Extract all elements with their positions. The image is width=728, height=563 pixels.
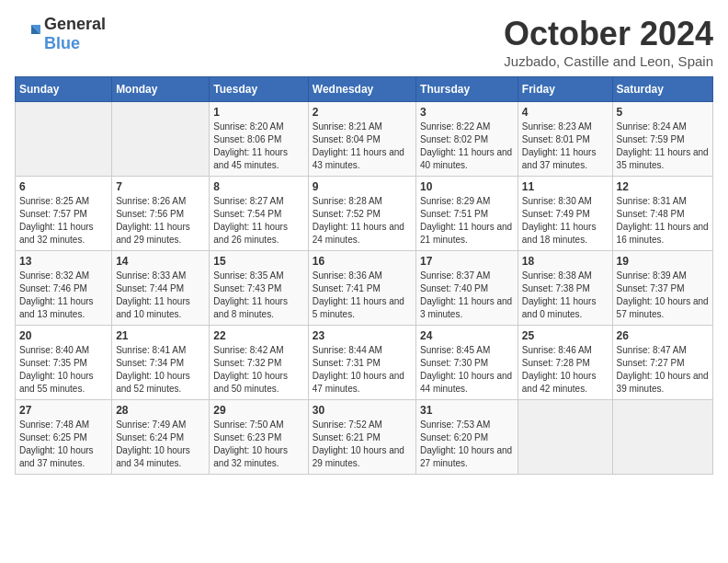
calendar-cell: 17Sunrise: 8:37 AM Sunset: 7:40 PM Dayli… — [416, 251, 518, 326]
calendar-week-row: 13Sunrise: 8:32 AM Sunset: 7:46 PM Dayli… — [16, 251, 713, 326]
day-info: Sunrise: 8:22 AM Sunset: 8:02 PM Dayligh… — [420, 121, 514, 172]
day-number: 4 — [522, 106, 609, 119]
calendar-cell: 21Sunrise: 8:41 AM Sunset: 7:34 PM Dayli… — [112, 326, 210, 400]
day-info: Sunrise: 8:39 AM Sunset: 7:37 PM Dayligh… — [617, 270, 709, 321]
day-info: Sunrise: 8:24 AM Sunset: 7:59 PM Dayligh… — [617, 121, 709, 172]
calendar-cell: 20Sunrise: 8:40 AM Sunset: 7:35 PM Dayli… — [16, 326, 112, 400]
day-info: Sunrise: 8:28 AM Sunset: 7:52 PM Dayligh… — [313, 195, 412, 247]
calendar-cell: 4Sunrise: 8:23 AM Sunset: 8:01 PM Daylig… — [518, 102, 612, 177]
calendar-header-row: SundayMondayTuesdayWednesdayThursdayFrid… — [16, 77, 713, 102]
day-number: 24 — [420, 329, 514, 342]
day-info: Sunrise: 7:48 AM Sunset: 6:25 PM Dayligh… — [19, 419, 108, 470]
day-info: Sunrise: 7:49 AM Sunset: 6:24 PM Dayligh… — [116, 419, 205, 470]
calendar-cell: 23Sunrise: 8:44 AM Sunset: 7:31 PM Dayli… — [308, 326, 415, 400]
calendar-cell: 28Sunrise: 7:49 AM Sunset: 6:24 PM Dayli… — [112, 400, 210, 475]
calendar-cell: 19Sunrise: 8:39 AM Sunset: 7:37 PM Dayli… — [612, 251, 712, 326]
day-number: 13 — [19, 255, 108, 268]
calendar-cell: 2Sunrise: 8:21 AM Sunset: 8:04 PM Daylig… — [308, 102, 415, 177]
day-info: Sunrise: 8:31 AM Sunset: 7:48 PM Dayligh… — [617, 195, 709, 247]
day-info: Sunrise: 8:44 AM Sunset: 7:31 PM Dayligh… — [313, 344, 412, 396]
page-subtitle: Juzbado, Castille and Leon, Spain — [504, 53, 713, 69]
calendar-cell: 30Sunrise: 7:52 AM Sunset: 6:21 PM Dayli… — [308, 400, 415, 475]
day-number: 28 — [116, 404, 205, 417]
logo-general-text: General — [44, 15, 106, 33]
calendar-cell: 10Sunrise: 8:29 AM Sunset: 7:51 PM Dayli… — [416, 177, 518, 251]
calendar-cell: 29Sunrise: 7:50 AM Sunset: 6:23 PM Dayli… — [210, 400, 308, 475]
calendar-cell: 3Sunrise: 8:22 AM Sunset: 8:02 PM Daylig… — [416, 102, 518, 177]
calendar-cell: 14Sunrise: 8:33 AM Sunset: 7:44 PM Dayli… — [112, 251, 210, 326]
day-info: Sunrise: 8:36 AM Sunset: 7:41 PM Dayligh… — [313, 270, 412, 321]
calendar-cell — [612, 400, 712, 475]
calendar-cell: 13Sunrise: 8:32 AM Sunset: 7:46 PM Dayli… — [16, 251, 112, 326]
day-info: Sunrise: 8:23 AM Sunset: 8:01 PM Dayligh… — [522, 121, 609, 172]
day-info: Sunrise: 8:38 AM Sunset: 7:38 PM Dayligh… — [522, 270, 609, 321]
day-number: 15 — [213, 255, 303, 268]
day-number: 14 — [116, 255, 205, 268]
logo-blue-text: Blue — [44, 34, 80, 52]
day-number: 17 — [420, 255, 514, 268]
logo-icon — [15, 21, 40, 47]
calendar-header-friday: Friday — [518, 77, 612, 102]
day-info: Sunrise: 8:29 AM Sunset: 7:51 PM Dayligh… — [420, 195, 514, 247]
calendar-week-row: 1Sunrise: 8:20 AM Sunset: 8:06 PM Daylig… — [16, 102, 713, 177]
day-info: Sunrise: 8:35 AM Sunset: 7:43 PM Dayligh… — [213, 270, 303, 321]
day-number: 6 — [19, 180, 108, 193]
calendar-cell: 18Sunrise: 8:38 AM Sunset: 7:38 PM Dayli… — [518, 251, 612, 326]
day-number: 20 — [19, 329, 108, 342]
day-number: 31 — [420, 404, 514, 417]
day-info: Sunrise: 8:46 AM Sunset: 7:28 PM Dayligh… — [522, 344, 609, 396]
day-info: Sunrise: 8:25 AM Sunset: 7:57 PM Dayligh… — [19, 195, 108, 247]
day-number: 12 — [617, 180, 709, 193]
day-number: 10 — [420, 180, 514, 193]
calendar-cell: 25Sunrise: 8:46 AM Sunset: 7:28 PM Dayli… — [518, 326, 612, 400]
day-number: 5 — [617, 106, 709, 119]
day-number: 18 — [522, 255, 609, 268]
calendar-cell: 5Sunrise: 8:24 AM Sunset: 7:59 PM Daylig… — [612, 102, 712, 177]
day-number: 25 — [522, 329, 609, 342]
day-number: 8 — [213, 180, 303, 193]
day-number: 26 — [617, 329, 709, 342]
day-info: Sunrise: 8:41 AM Sunset: 7:34 PM Dayligh… — [116, 344, 205, 396]
day-number: 9 — [313, 180, 412, 193]
calendar-cell: 24Sunrise: 8:45 AM Sunset: 7:30 PM Dayli… — [416, 326, 518, 400]
calendar-cell: 1Sunrise: 8:20 AM Sunset: 8:06 PM Daylig… — [210, 102, 308, 177]
day-number: 1 — [213, 106, 303, 119]
day-info: Sunrise: 8:27 AM Sunset: 7:54 PM Dayligh… — [213, 195, 303, 247]
calendar-cell: 15Sunrise: 8:35 AM Sunset: 7:43 PM Dayli… — [210, 251, 308, 326]
day-info: Sunrise: 8:32 AM Sunset: 7:46 PM Dayligh… — [19, 270, 108, 321]
calendar-header-monday: Monday — [112, 77, 210, 102]
day-number: 23 — [313, 329, 412, 342]
day-info: Sunrise: 8:33 AM Sunset: 7:44 PM Dayligh… — [116, 270, 205, 321]
calendar-cell — [518, 400, 612, 475]
calendar-cell: 8Sunrise: 8:27 AM Sunset: 7:54 PM Daylig… — [210, 177, 308, 251]
calendar-cell: 22Sunrise: 8:42 AM Sunset: 7:32 PM Dayli… — [210, 326, 308, 400]
calendar-header-sunday: Sunday — [16, 77, 112, 102]
day-info: Sunrise: 8:42 AM Sunset: 7:32 PM Dayligh… — [213, 344, 303, 396]
calendar-header-thursday: Thursday — [416, 77, 518, 102]
day-info: Sunrise: 7:50 AM Sunset: 6:23 PM Dayligh… — [213, 419, 303, 470]
day-info: Sunrise: 7:52 AM Sunset: 6:21 PM Dayligh… — [313, 419, 412, 470]
day-number: 16 — [313, 255, 412, 268]
title-section: October 2024 Juzbado, Castille and Leon,… — [504, 15, 713, 69]
day-info: Sunrise: 8:26 AM Sunset: 7:56 PM Dayligh… — [116, 195, 205, 247]
day-number: 19 — [617, 255, 709, 268]
day-info: Sunrise: 8:20 AM Sunset: 8:06 PM Dayligh… — [213, 121, 303, 172]
calendar-cell: 26Sunrise: 8:47 AM Sunset: 7:27 PM Dayli… — [612, 326, 712, 400]
day-info: Sunrise: 7:53 AM Sunset: 6:20 PM Dayligh… — [420, 419, 514, 470]
day-info: Sunrise: 8:45 AM Sunset: 7:30 PM Dayligh… — [420, 344, 514, 396]
calendar-header-saturday: Saturday — [612, 77, 712, 102]
calendar-cell: 16Sunrise: 8:36 AM Sunset: 7:41 PM Dayli… — [308, 251, 415, 326]
day-number: 22 — [213, 329, 303, 342]
day-number: 3 — [420, 106, 514, 119]
calendar-cell: 9Sunrise: 8:28 AM Sunset: 7:52 PM Daylig… — [308, 177, 415, 251]
calendar-week-row: 6Sunrise: 8:25 AM Sunset: 7:57 PM Daylig… — [16, 177, 713, 251]
calendar-cell: 12Sunrise: 8:31 AM Sunset: 7:48 PM Dayli… — [612, 177, 712, 251]
day-info: Sunrise: 8:47 AM Sunset: 7:27 PM Dayligh… — [617, 344, 709, 396]
day-number: 2 — [313, 106, 412, 119]
calendar-header-wednesday: Wednesday — [308, 77, 415, 102]
day-info: Sunrise: 8:30 AM Sunset: 7:49 PM Dayligh… — [522, 195, 609, 247]
day-number: 27 — [19, 404, 108, 417]
calendar-week-row: 20Sunrise: 8:40 AM Sunset: 7:35 PM Dayli… — [16, 326, 713, 400]
day-number: 21 — [116, 329, 205, 342]
day-number: 30 — [313, 404, 412, 417]
